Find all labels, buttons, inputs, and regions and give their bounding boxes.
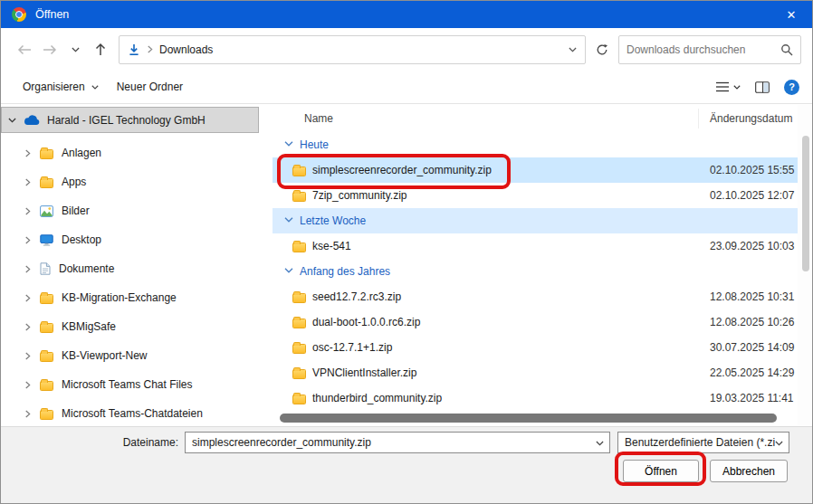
dialog-footer: Dateiname: Benutzerdefinierte Dateien (*…: [1, 426, 813, 504]
file-date: 22.05.2025 14:29: [710, 366, 794, 379]
file-row[interactable]: osc-12.7.1+1.zip 30.07.2025 14:09: [273, 335, 798, 360]
chevron-right-icon: [24, 207, 32, 215]
chevron-right-icon: [24, 410, 32, 418]
titlebar: Öffnen ✕: [1, 1, 812, 28]
file-row[interactable]: VPNClientInstaller.zip 22.05.2025 14:29: [273, 360, 798, 385]
sidebar-item-anlagen[interactable]: Anlagen: [1, 138, 273, 167]
folder-icon: [40, 352, 53, 362]
vertical-scrollbar-thumb[interactable]: [802, 136, 809, 271]
cancel-button[interactable]: Abbrechen: [710, 460, 788, 482]
pictures-icon: [40, 205, 53, 217]
address-bar[interactable]: Downloads: [119, 35, 586, 64]
sidebar-item-kbmigsafe[interactable]: KBMigSafe: [1, 312, 273, 341]
preview-pane-icon: [755, 81, 770, 93]
file-name: osc-12.7.1+1.zip: [312, 341, 392, 354]
sidebar-item-bilder[interactable]: Bilder: [1, 196, 273, 225]
sidebar-item-desktop[interactable]: Desktop: [1, 225, 273, 254]
chevron-right-icon: [24, 236, 32, 244]
filename-input[interactable]: [192, 436, 589, 449]
filetype-dropdown[interactable]: Benutzerdefinierte Dateien (*.zi: [617, 432, 789, 453]
up-button[interactable]: [88, 37, 113, 62]
search-box: [618, 35, 801, 64]
file-name: 7zip_community.zip: [312, 189, 406, 202]
chevron-right-icon: [24, 149, 32, 157]
zip-folder-icon: [292, 369, 306, 379]
chevron-down-icon: [284, 141, 293, 147]
sidebar-item-kb-migration-exchange[interactable]: KB-Migration-Exchange: [1, 283, 273, 312]
sidebar-item-onedrive-root[interactable]: Harald - IGEL Technology GmbH: [1, 107, 259, 133]
file-row-selected[interactable]: simplescreenrecorder_community.zip 02.10…: [273, 157, 798, 183]
refresh-button[interactable]: [588, 36, 616, 63]
chrome-icon: [12, 7, 26, 22]
address-dropdown-chevron-icon[interactable]: [569, 47, 577, 52]
breadcrumb-location: Downloads: [159, 43, 213, 56]
file-name: seed12.7.2.rc3.zip: [312, 290, 401, 303]
view-mode-button[interactable]: [715, 81, 741, 92]
file-date: 12.08.2025 10:31: [710, 290, 794, 303]
window-title: Öffnen: [35, 8, 69, 21]
folder-icon: [40, 323, 53, 333]
desktop-icon: [40, 234, 53, 246]
zip-folder-icon: [292, 344, 306, 354]
folder-icon: [40, 381, 53, 391]
file-row[interactable]: thunderbird_community.zip 19.03.2025 11:…: [273, 385, 798, 411]
file-name: dual-boot-1.0.0.rc6.zip: [312, 316, 420, 328]
group-header-letzte-woche[interactable]: Letzte Woche: [273, 208, 798, 233]
chevron-right-icon: [24, 265, 32, 273]
sidebar-item-apps[interactable]: Apps: [1, 167, 273, 196]
group-header-heute[interactable]: Heute: [273, 132, 798, 157]
column-header-name[interactable]: Name: [304, 112, 333, 125]
chevron-down-icon: [284, 268, 293, 273]
help-icon[interactable]: ?: [784, 80, 799, 95]
sidebar-item-dokumente[interactable]: Dokumente: [1, 254, 273, 283]
column-headers: Name Änderungsdatum: [273, 105, 798, 132]
search-input[interactable]: [626, 43, 780, 56]
horizontal-scrollbar-thumb[interactable]: [280, 414, 777, 423]
column-header-date[interactable]: Änderungsdatum: [710, 112, 792, 125]
new-folder-button[interactable]: Neuer Ordner: [108, 76, 192, 98]
group-label: Letzte Woche: [300, 214, 366, 227]
file-list: Name Änderungsdatum Heute simplescreenre…: [273, 105, 798, 426]
group-label: Heute: [300, 138, 329, 151]
file-name: VPNClientInstaller.zip: [312, 366, 416, 379]
open-button[interactable]: Öffnen: [623, 460, 699, 482]
zip-folder-icon: [292, 293, 306, 303]
sidebar-item-kb-viewport-new[interactable]: KB-Viewport-New: [1, 341, 273, 370]
file-name: thunderbird_community.zip: [312, 392, 442, 404]
organize-button[interactable]: Organisieren: [14, 76, 108, 98]
command-toolbar: Organisieren Neuer Ordner ?: [1, 71, 812, 104]
back-button[interactable]: [12, 37, 37, 62]
main-area: Harald - IGEL Technology GmbH Anlagen Ap…: [1, 105, 813, 426]
preview-pane-button[interactable]: [755, 81, 770, 93]
file-name: kse-541: [312, 240, 351, 252]
forward-button[interactable]: [37, 37, 62, 62]
organize-label: Organisieren: [23, 81, 85, 93]
sidebar-item-teams-chatdateien[interactable]: Microsoft Teams-Chatdateien: [1, 399, 273, 426]
chevron-down-icon: [775, 441, 783, 446]
downloads-icon: [128, 43, 140, 56]
breadcrumb-chevron-icon: [147, 45, 153, 53]
filetype-value: Benutzerdefinierte Dateien (*.zi: [625, 436, 775, 449]
vertical-scrollbar[interactable]: [798, 105, 813, 426]
chevron-down-icon[interactable]: [596, 441, 604, 446]
recent-locations-chevron-icon[interactable]: [62, 37, 88, 62]
chevron-right-icon: [24, 323, 32, 331]
chevron-down-icon: [91, 85, 99, 90]
group-header-anfang-des-jahres[interactable]: Anfang des Jahres: [273, 259, 798, 284]
documents-icon: [40, 262, 51, 275]
file-row[interactable]: 7zip_community.zip 02.10.2025 12:07: [273, 183, 798, 208]
navigation-sidebar: Harald - IGEL Technology GmbH Anlagen Ap…: [1, 105, 273, 426]
close-button[interactable]: ✕: [770, 1, 812, 28]
sidebar-item-teams-chat-files[interactable]: Microsoft Teams Chat Files: [1, 370, 273, 399]
chevron-down-icon: [733, 85, 741, 90]
chevron-down-icon: [8, 118, 16, 123]
file-name: simplescreenrecorder_community.zip: [312, 164, 492, 176]
horizontal-scrollbar[interactable]: [280, 414, 792, 423]
file-row[interactable]: dual-boot-1.0.0.rc6.zip 12.08.2025 10:26: [273, 309, 798, 335]
navigation-bar: Downloads: [1, 28, 812, 71]
file-row[interactable]: seed12.7.2.rc3.zip 12.08.2025 10:31: [273, 284, 798, 309]
file-date: 30.07.2025 14:09: [710, 341, 794, 354]
file-date: 02.10.2025 12:07: [710, 189, 794, 202]
zip-folder-icon: [292, 319, 306, 328]
file-row[interactable]: kse-541 23.09.2025 10:03: [273, 233, 798, 259]
